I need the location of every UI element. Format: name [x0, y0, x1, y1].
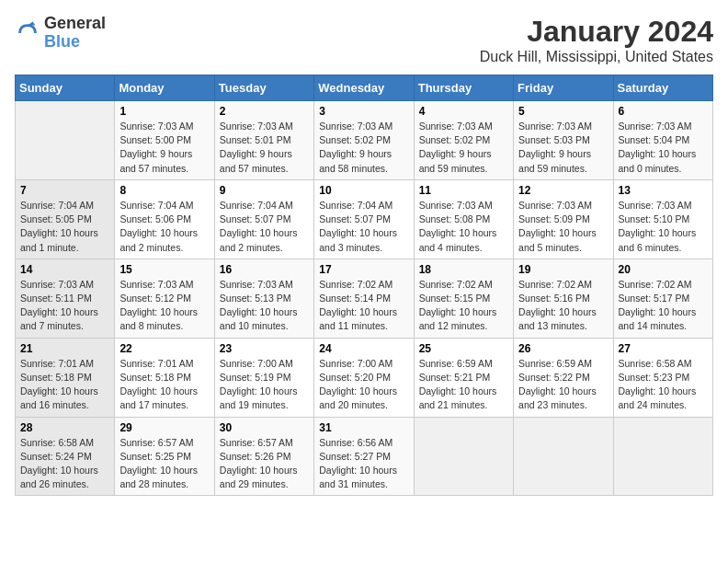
day-info: Sunrise: 7:03 AM Sunset: 5:13 PM Dayligh… — [220, 278, 309, 334]
day-number: 22 — [119, 342, 209, 355]
day-number: 25 — [419, 342, 508, 355]
day-number: 19 — [518, 263, 608, 276]
calendar-cell: 10Sunrise: 7:04 AM Sunset: 5:07 PM Dayli… — [314, 179, 414, 259]
day-number: 7 — [20, 184, 109, 197]
logo: General Blue — [15, 15, 106, 52]
calendar-cell: 7Sunrise: 7:04 AM Sunset: 5:05 PM Daylig… — [16, 179, 115, 259]
calendar-cell: 27Sunrise: 6:58 AM Sunset: 5:23 PM Dayli… — [613, 338, 712, 417]
day-info: Sunrise: 7:02 AM Sunset: 5:14 PM Dayligh… — [319, 278, 408, 334]
calendar-cell: 25Sunrise: 6:59 AM Sunset: 5:21 PM Dayli… — [414, 338, 513, 417]
day-info: Sunrise: 7:03 AM Sunset: 5:03 PM Dayligh… — [518, 120, 608, 176]
calendar-cell: 13Sunrise: 7:03 AM Sunset: 5:10 PM Dayli… — [613, 179, 712, 259]
week-row-1: 1Sunrise: 7:03 AM Sunset: 5:00 PM Daylig… — [16, 101, 713, 180]
calendar-cell: 15Sunrise: 7:03 AM Sunset: 5:12 PM Dayli… — [115, 259, 214, 338]
calendar-cell — [16, 101, 115, 180]
day-info: Sunrise: 7:04 AM Sunset: 5:06 PM Dayligh… — [119, 199, 209, 255]
calendar-cell: 23Sunrise: 7:00 AM Sunset: 5:19 PM Dayli… — [214, 338, 313, 417]
day-info: Sunrise: 7:03 AM Sunset: 5:11 PM Dayligh… — [20, 278, 109, 334]
week-row-4: 21Sunrise: 7:01 AM Sunset: 5:18 PM Dayli… — [16, 338, 713, 417]
day-header-monday: Monday — [115, 75, 214, 101]
day-number: 14 — [20, 263, 109, 276]
day-header-tuesday: Tuesday — [214, 75, 313, 101]
page-header: General Blue January 2024 Duck Hill, Mis… — [15, 15, 713, 65]
day-number: 30 — [220, 421, 309, 434]
day-number: 4 — [419, 105, 508, 118]
logo-line1: General — [44, 15, 106, 33]
calendar-cell: 18Sunrise: 7:02 AM Sunset: 5:15 PM Dayli… — [414, 259, 513, 338]
day-number: 16 — [220, 263, 309, 276]
day-info: Sunrise: 6:59 AM Sunset: 5:21 PM Dayligh… — [419, 357, 508, 413]
day-number: 2 — [220, 105, 309, 118]
calendar-cell: 5Sunrise: 7:03 AM Sunset: 5:03 PM Daylig… — [514, 101, 613, 180]
day-info: Sunrise: 6:58 AM Sunset: 5:23 PM Dayligh… — [619, 357, 708, 413]
calendar-subtitle: Duck Hill, Mississippi, United States — [480, 49, 713, 65]
title-block: January 2024 Duck Hill, Mississippi, Uni… — [480, 15, 713, 65]
day-number: 23 — [220, 342, 309, 355]
calendar-cell: 14Sunrise: 7:03 AM Sunset: 5:11 PM Dayli… — [16, 259, 115, 338]
day-number: 26 — [518, 342, 608, 355]
day-header-wednesday: Wednesday — [314, 75, 414, 101]
calendar-cell: 2Sunrise: 7:03 AM Sunset: 5:01 PM Daylig… — [214, 101, 313, 180]
day-info: Sunrise: 7:01 AM Sunset: 5:18 PM Dayligh… — [20, 357, 109, 413]
logo-line2: Blue — [44, 33, 106, 52]
calendar-cell: 3Sunrise: 7:03 AM Sunset: 5:02 PM Daylig… — [314, 101, 414, 180]
day-info: Sunrise: 7:03 AM Sunset: 5:02 PM Dayligh… — [319, 120, 408, 176]
calendar-cell: 20Sunrise: 7:02 AM Sunset: 5:17 PM Dayli… — [613, 259, 712, 338]
calendar-cell: 16Sunrise: 7:03 AM Sunset: 5:13 PM Dayli… — [214, 259, 313, 338]
calendar-cell: 8Sunrise: 7:04 AM Sunset: 5:06 PM Daylig… — [115, 179, 214, 259]
calendar-cell: 11Sunrise: 7:03 AM Sunset: 5:08 PM Dayli… — [414, 179, 513, 259]
calendar-cell: 1Sunrise: 7:03 AM Sunset: 5:00 PM Daylig… — [115, 101, 214, 180]
calendar-cell: 30Sunrise: 6:57 AM Sunset: 5:26 PM Dayli… — [214, 417, 313, 496]
calendar-cell: 6Sunrise: 7:03 AM Sunset: 5:04 PM Daylig… — [613, 101, 712, 180]
day-header-friday: Friday — [514, 75, 613, 101]
calendar-cell: 26Sunrise: 6:59 AM Sunset: 5:22 PM Dayli… — [514, 338, 613, 417]
day-number: 11 — [419, 184, 508, 197]
days-of-week-row: SundayMondayTuesdayWednesdayThursdayFrid… — [16, 75, 713, 101]
week-row-5: 28Sunrise: 6:58 AM Sunset: 5:24 PM Dayli… — [16, 417, 713, 496]
day-info: Sunrise: 7:01 AM Sunset: 5:18 PM Dayligh… — [119, 357, 209, 413]
day-info: Sunrise: 7:03 AM Sunset: 5:09 PM Dayligh… — [518, 199, 608, 255]
day-header-thursday: Thursday — [414, 75, 513, 101]
calendar-header: SundayMondayTuesdayWednesdayThursdayFrid… — [16, 75, 713, 101]
day-number: 28 — [20, 421, 109, 434]
day-info: Sunrise: 7:04 AM Sunset: 5:05 PM Dayligh… — [20, 199, 109, 255]
day-info: Sunrise: 7:03 AM Sunset: 5:12 PM Dayligh… — [119, 278, 209, 334]
day-info: Sunrise: 6:58 AM Sunset: 5:24 PM Dayligh… — [20, 436, 109, 492]
day-info: Sunrise: 6:57 AM Sunset: 5:26 PM Dayligh… — [220, 436, 309, 492]
calendar-cell — [514, 417, 613, 496]
day-number: 15 — [119, 263, 209, 276]
day-number: 6 — [619, 105, 708, 118]
day-info: Sunrise: 7:02 AM Sunset: 5:15 PM Dayligh… — [419, 278, 508, 334]
day-info: Sunrise: 7:03 AM Sunset: 5:00 PM Dayligh… — [119, 120, 209, 176]
week-row-3: 14Sunrise: 7:03 AM Sunset: 5:11 PM Dayli… — [16, 259, 713, 338]
day-info: Sunrise: 7:02 AM Sunset: 5:16 PM Dayligh… — [518, 278, 608, 334]
day-info: Sunrise: 7:00 AM Sunset: 5:20 PM Dayligh… — [319, 357, 408, 413]
day-number: 1 — [119, 105, 209, 118]
calendar-cell: 12Sunrise: 7:03 AM Sunset: 5:09 PM Dayli… — [514, 179, 613, 259]
calendar-cell: 4Sunrise: 7:03 AM Sunset: 5:02 PM Daylig… — [414, 101, 513, 180]
calendar-cell: 29Sunrise: 6:57 AM Sunset: 5:25 PM Dayli… — [115, 417, 214, 496]
day-header-saturday: Saturday — [613, 75, 712, 101]
calendar-cell — [414, 417, 513, 496]
day-info: Sunrise: 7:00 AM Sunset: 5:19 PM Dayligh… — [220, 357, 309, 413]
day-number: 18 — [419, 263, 508, 276]
calendar-cell: 21Sunrise: 7:01 AM Sunset: 5:18 PM Dayli… — [16, 338, 115, 417]
calendar-cell: 31Sunrise: 6:56 AM Sunset: 5:27 PM Dayli… — [314, 417, 414, 496]
day-info: Sunrise: 7:03 AM Sunset: 5:08 PM Dayligh… — [419, 199, 508, 255]
day-number: 13 — [619, 184, 708, 197]
calendar-title: January 2024 — [480, 15, 713, 49]
day-info: Sunrise: 7:03 AM Sunset: 5:04 PM Dayligh… — [619, 120, 708, 176]
calendar-cell: 9Sunrise: 7:04 AM Sunset: 5:07 PM Daylig… — [214, 179, 313, 259]
day-number: 21 — [20, 342, 109, 355]
calendar-cell: 28Sunrise: 6:58 AM Sunset: 5:24 PM Dayli… — [16, 417, 115, 496]
day-info: Sunrise: 7:03 AM Sunset: 5:02 PM Dayligh… — [419, 120, 508, 176]
logo-icon — [15, 20, 40, 46]
day-info: Sunrise: 6:59 AM Sunset: 5:22 PM Dayligh… — [518, 357, 608, 413]
week-row-2: 7Sunrise: 7:04 AM Sunset: 5:05 PM Daylig… — [16, 179, 713, 259]
day-number: 29 — [119, 421, 209, 434]
calendar-cell: 17Sunrise: 7:02 AM Sunset: 5:14 PM Dayli… — [314, 259, 414, 338]
day-number: 8 — [119, 184, 209, 197]
day-info: Sunrise: 6:57 AM Sunset: 5:25 PM Dayligh… — [119, 436, 209, 492]
day-info: Sunrise: 7:03 AM Sunset: 5:01 PM Dayligh… — [220, 120, 309, 176]
day-number: 27 — [619, 342, 708, 355]
